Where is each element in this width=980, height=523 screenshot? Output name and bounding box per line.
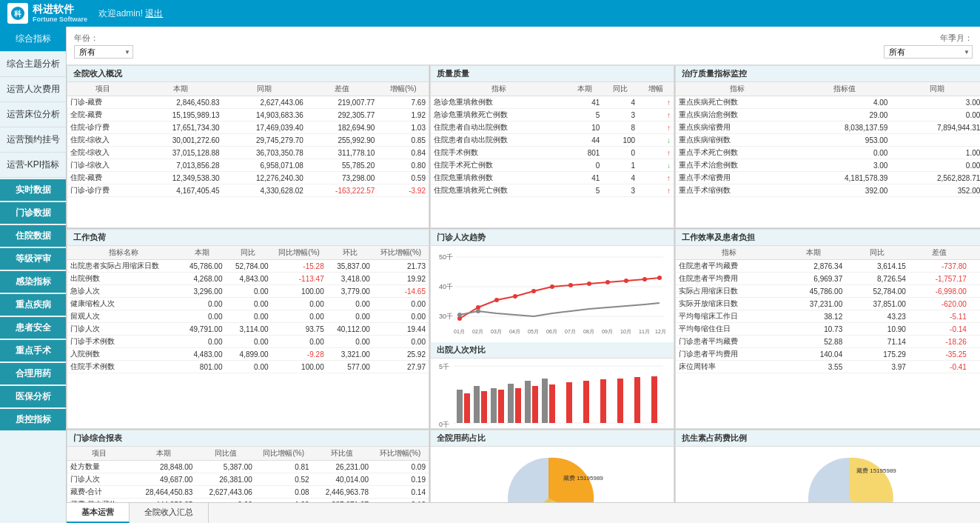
table-row: 健康缩检人次0.000.000.000.000.00 bbox=[67, 298, 429, 310]
sidebar-section-感染指标[interactable]: 感染指标 bbox=[0, 271, 66, 293]
sidebar-section-患者安全[interactable]: 患者安全 bbox=[0, 317, 66, 339]
sidebar-section-合理用药[interactable]: 合理用药 bbox=[0, 363, 66, 384]
sidebar-item-运营KPI指标[interactable]: 运营-KPI指标 bbox=[0, 153, 66, 178]
table-row: 急诊人次3,296.000.00100.003,779.00-14.65 bbox=[67, 285, 429, 298]
table-row: 实际开放缩床日数37,231.0037,851.00-620.00-0.02 bbox=[676, 298, 980, 310]
logo: 科 科进软件 Fortune Software bbox=[7, 3, 87, 24]
filter-bar: 年份： 所有 年季月： 所有 bbox=[67, 27, 980, 65]
tab-revenue-summary[interactable]: 全院收入汇总 bbox=[130, 503, 209, 523]
table-row: 平均每缩床工作日38.1243.23-5.11-0.13 bbox=[676, 310, 980, 323]
svg-rect-53 bbox=[617, 379, 623, 423]
treatment-panel-title: 治疗质量指标监控 bbox=[676, 66, 980, 82]
svg-text:0千: 0千 bbox=[439, 421, 449, 428]
svg-point-19 bbox=[657, 276, 662, 280]
sidebar-item-综合主题分析[interactable]: 综合主题分析 bbox=[0, 52, 66, 77]
table-row: 住院-诊疗费17,651,734.3017,469,039.40182,694.… bbox=[67, 121, 429, 134]
charts-panel: 门诊人次趋势 50千 40千 30千 bbox=[430, 229, 674, 429]
table-row: 门诊-综收入7,013,856.286,958,071.0855,785.200… bbox=[67, 159, 429, 172]
table-row: 门诊人次49,791.003,114.0093.7540,112.0019.44 bbox=[67, 323, 429, 336]
sidebar-item-运营床位分析[interactable]: 运营床位分析 bbox=[0, 102, 66, 127]
logout-link[interactable]: 退出 bbox=[145, 8, 163, 19]
table-row: 入院例数4,483.004,899.00-9.283,321.0025.92 bbox=[67, 348, 429, 361]
svg-rect-42 bbox=[525, 381, 531, 423]
year-filter-group: 年份： 所有 bbox=[74, 33, 133, 59]
season-select[interactable]: 所有 bbox=[884, 45, 973, 59]
sidebar-section-质控指标[interactable]: 质控指标 bbox=[0, 409, 66, 430]
table-row: 门诊患者平均费用140.04175.29-35.25-20.11 bbox=[676, 348, 980, 361]
drug-ratio-chart: 藏费 15195989 莫费 15195989 诊疗费 21819140 bbox=[500, 450, 604, 502]
discharge-compare-title: 出院人次对比 bbox=[431, 342, 674, 359]
dashboard-grid: 全院收入概况 项目 本期 同期 差值 增幅(%) 门诊-藏费2, bbox=[67, 65, 980, 502]
antibiotic-ratio-panel: 抗生素占药费比例 藏费 15195989 抗生素 31174491 bbox=[675, 430, 980, 502]
workload-panel-title: 工作效率及患者负担 bbox=[676, 230, 980, 246]
table-row: 留观人次0.000.000.000.000.00 bbox=[67, 310, 429, 323]
svg-point-15 bbox=[587, 282, 591, 286]
logo-main-text: 科进软件 bbox=[33, 3, 87, 16]
workload-col-rate: 增幅(%) bbox=[970, 246, 980, 260]
table-row: 住院手术例数8010↑ bbox=[431, 147, 674, 159]
treatment-table: 指标 指标值 同期 增幅 重点疾病死亡例数4.003.00↑重点疾病治愈例数29… bbox=[676, 82, 980, 197]
table-row: 门诊人次49,687.0026,381.000.5240,014.000.19 bbox=[67, 473, 429, 486]
svg-text:12月: 12月 bbox=[655, 329, 666, 334]
table-row: 全院-综收入37,015,128.8836,703,350.78311,778.… bbox=[67, 147, 429, 159]
table-row: 重点手术缩例数392.00352.00↑ bbox=[676, 184, 980, 197]
quality-col-indicator: 指标 bbox=[431, 82, 568, 96]
svg-rect-38 bbox=[457, 390, 463, 423]
workload-panel: 工作效率及患者负担 指标 本期 同比 差值 增幅(%) 住院患者 bbox=[675, 229, 980, 429]
sidebar-section-医保分析[interactable]: 医保分析 bbox=[0, 386, 66, 407]
work-col-qoq: 环比 bbox=[327, 246, 373, 260]
svg-point-16 bbox=[605, 280, 610, 284]
revenue-col-rate: 增幅(%) bbox=[377, 82, 429, 96]
table-row: 藏费-合计28,464,450.832,627,443.060.082,446,… bbox=[67, 486, 429, 499]
sidebar-item-运营人次费用[interactable]: 运营人次费用 bbox=[0, 77, 66, 102]
svg-text:科: 科 bbox=[13, 10, 22, 18]
sidebar-item-综合指标[interactable]: 综合指标 bbox=[0, 27, 66, 52]
svg-text:02月: 02月 bbox=[472, 329, 483, 334]
table-row: 住院-综收入30,001,272.6029,745,279.70255,992.… bbox=[67, 134, 429, 147]
svg-text:07月: 07月 bbox=[565, 329, 576, 334]
sidebar-section-门诊数据[interactable]: 门诊数据 bbox=[0, 202, 66, 224]
svg-rect-50 bbox=[566, 382, 572, 423]
svg-point-11 bbox=[513, 294, 517, 299]
sidebar-item-运营预约挂号[interactable]: 运营预约挂号 bbox=[0, 127, 66, 153]
table-row: 床位周转率3.553.97-0.41-0.12 bbox=[676, 361, 980, 373]
workload-col-current: 本期 bbox=[782, 246, 846, 260]
revenue-panel: 全院收入概况 项目 本期 同期 差值 增幅(%) 门诊-藏费2, bbox=[67, 65, 429, 228]
sidebar-section-重点手术[interactable]: 重点手术 bbox=[0, 340, 66, 362]
table-row: 住院患者平均费用6,969.378,726.54-1,757.17-20.14 bbox=[676, 273, 980, 285]
svg-text:11月: 11月 bbox=[639, 329, 650, 334]
table-row: 处方数量28,848.005,387.000.8126,231.000.09 bbox=[67, 461, 429, 473]
sidebar-section-重点疾病[interactable]: 重点疾病 bbox=[0, 294, 66, 316]
table-row: 住院危重填救例数414↑ bbox=[431, 172, 674, 184]
season-filter-group: 年季月： 所有 bbox=[884, 33, 973, 59]
table-row: 重点手术缩费用4,181,578.392,562,828.71↑ bbox=[676, 172, 980, 184]
work-col-name: 指标名称 bbox=[67, 246, 179, 260]
svg-text:30千: 30千 bbox=[439, 313, 453, 320]
revenue-table: 项目 本期 同期 差值 增幅(%) 门诊-藏费2,846,450.832,627… bbox=[67, 82, 429, 197]
tab-basic-operations[interactable]: 基本运营 bbox=[67, 503, 130, 523]
sidebar-section-实时数据[interactable]: 实时数据 bbox=[0, 179, 66, 201]
workload-col-indicator: 指标 bbox=[676, 246, 782, 260]
svg-text:08月: 08月 bbox=[583, 329, 594, 334]
year-select-wrapper[interactable]: 所有 bbox=[74, 45, 133, 59]
bottom-tabs: 基本运营 全院收入汇总 bbox=[67, 502, 980, 523]
table-row: 急诊危重填救死亡例数53↑ bbox=[431, 109, 674, 121]
svg-rect-41 bbox=[508, 384, 514, 423]
outpatient-report-title: 门诊综合报表 bbox=[67, 430, 429, 447]
svg-point-14 bbox=[568, 283, 573, 287]
logo-icon: 科 bbox=[7, 3, 28, 24]
sidebar-section-住院数据[interactable]: 住院数据 bbox=[0, 225, 66, 247]
treatment-col-indicator: 指标 bbox=[676, 82, 799, 96]
svg-rect-49 bbox=[549, 384, 555, 423]
season-select-wrapper[interactable]: 所有 bbox=[884, 45, 973, 59]
svg-rect-39 bbox=[474, 386, 480, 423]
work-col-current: 本期 bbox=[179, 246, 225, 260]
workload-col-diff: 差值 bbox=[909, 246, 970, 260]
svg-text:04月: 04月 bbox=[509, 329, 520, 334]
svg-rect-44 bbox=[464, 393, 470, 423]
svg-text:5千: 5千 bbox=[439, 363, 449, 370]
work-col-yoy: 同比 bbox=[225, 246, 271, 260]
sidebar-section-等级评审[interactable]: 等级评审 bbox=[0, 248, 66, 270]
revenue-col-diff: 差值 bbox=[306, 82, 378, 96]
year-select[interactable]: 所有 bbox=[74, 45, 133, 59]
